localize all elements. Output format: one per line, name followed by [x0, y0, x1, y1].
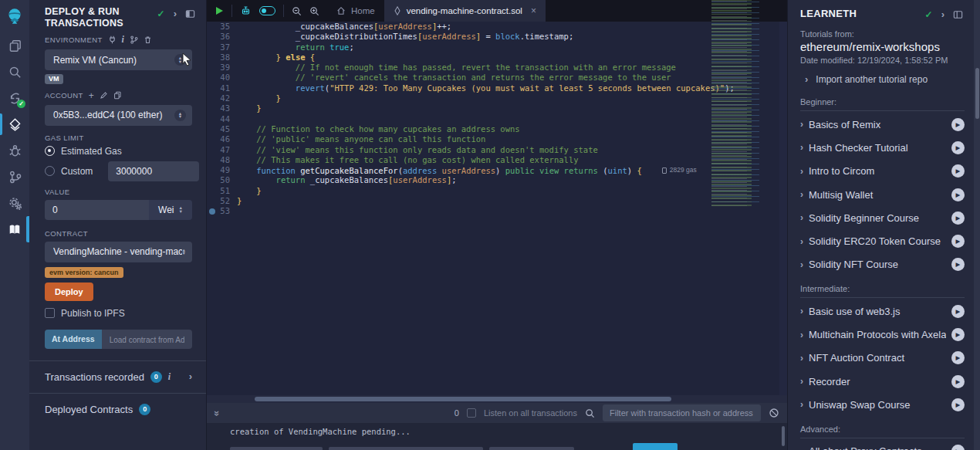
import-tutorial-repo[interactable]: › Import another tutorial repo: [805, 74, 965, 85]
listen-checkbox[interactable]: [467, 408, 476, 418]
tutorial-item[interactable]: › Intro to Circom ▶: [800, 160, 965, 183]
play-tutorial-button[interactable]: ▶: [951, 375, 965, 388]
deploy-and-run-icon[interactable]: [0, 111, 29, 137]
code-line[interactable]: 53: [207, 206, 787, 216]
tutorial-item[interactable]: › Basic use of web3.js ▶: [800, 299, 965, 323]
plug-icon[interactable]: [108, 36, 117, 44]
play-tutorial-button[interactable]: ▶: [951, 445, 965, 450]
play-tutorial-button[interactable]: ▶: [951, 141, 965, 154]
tab-home[interactable]: Home: [327, 0, 384, 22]
code-line[interactable]: 40 // 'revert' cancels the transaction a…: [207, 73, 787, 83]
tutorial-item[interactable]: › Solidity Beginner Course ▶: [800, 206, 965, 229]
estimated-gas-option[interactable]: Estimated Gas: [45, 146, 192, 157]
code-line[interactable]: 43 }: [207, 103, 787, 113]
play-tutorial-button[interactable]: ▶: [951, 328, 965, 341]
tutorial-item[interactable]: › All about Proxy Contracts ▶: [800, 440, 965, 450]
code-line[interactable]: 42 }: [207, 93, 787, 103]
pencil-icon[interactable]: [100, 91, 108, 100]
tutorial-item[interactable]: › Recorder ▶: [800, 370, 965, 393]
tab-vending-machine-contract[interactable]: vending-machine-contract.sol ×: [384, 0, 546, 22]
code-line[interactable]: 41 revert("HTTP 429: Too Many Cupcakes (…: [207, 83, 787, 93]
code-line[interactable]: 52}: [207, 196, 787, 206]
solidity-compiler-icon[interactable]: ✓: [0, 85, 29, 111]
tutorial-item[interactable]: › Basics of Remix ▶: [800, 113, 965, 136]
info-icon[interactable]: i: [168, 371, 171, 383]
learneth-icon[interactable]: [0, 216, 29, 242]
code-editor[interactable]: 35 _cupcakeBalances[userAddress]++;36 _c…: [207, 22, 787, 395]
at-address-input[interactable]: [102, 330, 192, 349]
environment-select[interactable]: Remix VM (Cancun) ▲▼: [45, 49, 192, 70]
run-script-button[interactable]: [215, 6, 224, 15]
tutorial-item[interactable]: › Solidity ERC20 Token Course ▶: [800, 229, 965, 252]
at-address-button[interactable]: At Address: [45, 330, 102, 349]
split-view-icon[interactable]: [953, 10, 963, 19]
contract-select[interactable]: VendingMachine - vending-machin ▲▼: [45, 242, 192, 262]
breakpoint-icon[interactable]: [209, 208, 215, 215]
editor-horizontal-scrollbar[interactable]: [207, 395, 787, 403]
ai-assistant-icon[interactable]: [240, 5, 252, 16]
code-line[interactable]: 37 return true;: [207, 42, 787, 52]
zoom-out-icon[interactable]: [292, 6, 302, 16]
code-line[interactable]: 46 // 'public' means anyone can call thi…: [207, 134, 787, 144]
settings-icon[interactable]: [0, 190, 29, 216]
code-line[interactable]: 44: [207, 114, 787, 124]
play-tutorial-button[interactable]: ▶: [951, 118, 965, 131]
checkbox-icon[interactable]: [45, 308, 55, 318]
custom-gas-option[interactable]: Custom: [45, 161, 192, 181]
chevron-right-icon[interactable]: ›: [941, 11, 945, 19]
collapse-terminal-icon[interactable]: »: [211, 410, 223, 415]
copy-icon[interactable]: [113, 91, 122, 100]
publish-ipfs-option[interactable]: Publish to IPFS: [45, 308, 192, 319]
search-icon[interactable]: [585, 408, 595, 418]
tutorial-item[interactable]: › Solidity NFT Course ▶: [800, 253, 965, 276]
chevron-right-icon[interactable]: ›: [174, 10, 177, 18]
minimap[interactable]: [711, 0, 776, 207]
code-line[interactable]: 51 }: [207, 186, 787, 196]
right-panel-scrollbar[interactable]: [974, 0, 980, 450]
source-control-icon[interactable]: [0, 164, 29, 190]
terminal-output[interactable]: creation of VendingMachine pending...: [207, 423, 787, 450]
code-line[interactable]: 36 _cupcakeDistributionTimes[userAddress…: [207, 32, 787, 42]
code-line[interactable]: 35 _cupcakeBalances[userAddress]++;: [207, 22, 787, 32]
deployed-contracts-row[interactable]: Deployed Contracts 0: [29, 394, 206, 425]
value-unit-select[interactable]: Wei ▲▼: [149, 200, 192, 220]
debugger-icon[interactable]: [0, 137, 29, 164]
info-icon[interactable]: i: [122, 34, 125, 46]
radio-icon[interactable]: [45, 166, 55, 176]
play-tutorial-button[interactable]: ▶: [951, 305, 965, 318]
tutorial-item[interactable]: › Uniswap Swap Course ▶: [800, 393, 965, 416]
file-explorer-icon[interactable]: [0, 32, 29, 59]
play-tutorial-button[interactable]: ▶: [951, 235, 965, 248]
debug-button[interactable]: [633, 443, 678, 450]
copilot-toggle[interactable]: [259, 6, 275, 15]
radio-selected-icon[interactable]: [45, 146, 55, 156]
code-line[interactable]: 47 // 'view' means this function only re…: [207, 145, 787, 155]
code-line[interactable]: 48 // This makes it free to call (no gas…: [207, 155, 787, 165]
play-tutorial-button[interactable]: ▶: [951, 211, 965, 225]
zoom-in-icon[interactable]: [309, 6, 319, 16]
fork-icon[interactable]: [130, 36, 138, 44]
code-line[interactable]: 39 // If not enough time has passed, rev…: [207, 63, 787, 73]
transaction-filter-input[interactable]: [603, 404, 761, 421]
play-tutorial-button[interactable]: ▶: [951, 258, 965, 271]
transactions-recorded-row[interactable]: Transactions recorded 0 i ›: [29, 361, 206, 394]
code-line[interactable]: 45 // Function to check how many cupcake…: [207, 124, 787, 134]
value-input[interactable]: [45, 200, 149, 220]
tutorial-item[interactable]: › NFT Auction Contract ▶: [800, 347, 965, 370]
play-tutorial-button[interactable]: ▶: [951, 351, 965, 364]
play-tutorial-button[interactable]: ▶: [951, 188, 965, 201]
clear-console-icon[interactable]: [769, 408, 779, 418]
trash-icon[interactable]: [144, 36, 152, 44]
chevron-right-icon[interactable]: ›: [189, 373, 192, 381]
deploy-button[interactable]: Deploy: [45, 283, 93, 301]
tutorial-item[interactable]: › Multisig Wallet ▶: [800, 183, 965, 206]
editor-vertical-scrollbar[interactable]: [779, 22, 787, 395]
search-icon[interactable]: [0, 59, 29, 85]
close-tab-icon[interactable]: ×: [531, 5, 536, 16]
code-line[interactable]: 49 function getCupcakeBalanceFor(address…: [207, 165, 787, 175]
account-select[interactable]: 0x5B3...eddC4 (100 ether) ▲▼: [45, 105, 192, 126]
tutorial-item[interactable]: › Multichain Protocols with Axelar ▶: [800, 323, 965, 346]
code-line[interactable]: 50 return _cupcakeBalances[userAddress];: [207, 175, 787, 185]
custom-gas-input[interactable]: [108, 161, 199, 181]
code-line[interactable]: 38 } else {: [207, 52, 787, 63]
